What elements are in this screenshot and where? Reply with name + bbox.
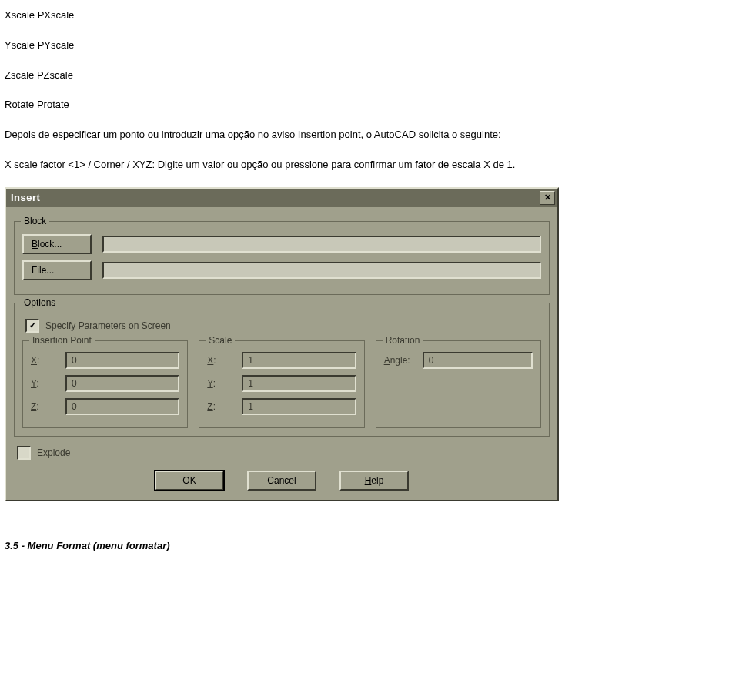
close-icon[interactable]: ✕ bbox=[540, 191, 555, 205]
dialog-title: Insert bbox=[11, 192, 40, 203]
scale-z-label: Z: bbox=[207, 401, 242, 412]
doc-line-2: Yscale PYscale bbox=[5, 38, 724, 54]
insertion-x-field[interactable]: 0 bbox=[65, 352, 179, 369]
doc-line-4: Rotate Protate bbox=[5, 97, 724, 113]
ok-button[interactable]: OK bbox=[155, 471, 224, 491]
rotation-legend: Rotation bbox=[383, 335, 423, 346]
doc-footer-heading: 3.5 - Menu Format (menu formatar) bbox=[5, 538, 724, 554]
insert-dialog: Insert ✕ Block Block... File... Options … bbox=[5, 187, 559, 501]
options-group-legend: Options bbox=[21, 297, 59, 308]
document-footer: 3.5 - Menu Format (menu formatar) bbox=[5, 538, 724, 554]
file-path-field[interactable] bbox=[102, 262, 541, 279]
doc-line-3: Zscale PZscale bbox=[5, 68, 724, 84]
block-button-label: Block... bbox=[32, 239, 62, 250]
rotation-angle-field[interactable]: 0 bbox=[423, 352, 533, 369]
rotation-group: Rotation Angle: 0 bbox=[376, 340, 541, 428]
explode-label: Explode bbox=[37, 447, 70, 458]
block-group: Block Block... File... bbox=[14, 221, 550, 295]
dialog-body: Block Block... File... Options ✓ Specify… bbox=[6, 207, 557, 500]
doc-line-1: Xscale PXscale bbox=[5, 8, 724, 24]
doc-paragraph-1: Depois de especificar um ponto ou introd… bbox=[5, 127, 724, 143]
insertion-y-label: Y: bbox=[31, 378, 65, 389]
file-button[interactable]: File... bbox=[22, 260, 92, 280]
specify-parameters-row[interactable]: ✓ Specify Parameters on Screen bbox=[25, 319, 541, 333]
cancel-button[interactable]: Cancel bbox=[247, 471, 316, 491]
dialog-button-row: OK Cancel Help bbox=[14, 471, 550, 491]
scale-y-field[interactable]: 1 bbox=[242, 375, 356, 392]
specify-parameters-checkbox[interactable]: ✓ bbox=[25, 319, 39, 333]
block-button[interactable]: Block... bbox=[22, 234, 92, 254]
options-group: Options ✓ Specify Parameters on Screen I… bbox=[14, 303, 550, 437]
insertion-point-group: Insertion Point X: 0 Y: 0 Z: 0 bbox=[22, 340, 188, 428]
rotation-angle-label: Angle: bbox=[384, 355, 423, 366]
insertion-z-field[interactable]: 0 bbox=[65, 398, 179, 415]
specify-parameters-label: Specify Parameters on Screen bbox=[45, 320, 171, 331]
explode-checkbox[interactable] bbox=[17, 446, 31, 460]
insertion-point-legend: Insertion Point bbox=[29, 335, 95, 346]
insertion-z-label: Z: bbox=[31, 401, 65, 412]
scale-x-label: X: bbox=[207, 355, 242, 366]
scale-x-field[interactable]: 1 bbox=[242, 352, 356, 369]
scale-legend: Scale bbox=[206, 335, 235, 346]
scale-z-field[interactable]: 1 bbox=[242, 398, 356, 415]
doc-paragraph-2: X scale factor <1> / Corner / XYZ: Digit… bbox=[5, 157, 724, 173]
block-name-field[interactable] bbox=[102, 236, 541, 253]
insertion-x-label: X: bbox=[31, 355, 65, 366]
insertion-y-field[interactable]: 0 bbox=[65, 375, 179, 392]
block-group-legend: Block bbox=[21, 216, 49, 226]
explode-row[interactable]: Explode bbox=[17, 446, 550, 460]
dialog-titlebar: Insert ✕ bbox=[6, 189, 557, 207]
scale-group: Scale X: 1 Y: 1 Z: 1 bbox=[199, 340, 364, 428]
scale-y-label: Y: bbox=[207, 378, 242, 389]
help-button[interactable]: Help bbox=[339, 471, 409, 491]
document-body: Xscale PXscale Yscale PYscale Zscale PZs… bbox=[5, 8, 724, 173]
